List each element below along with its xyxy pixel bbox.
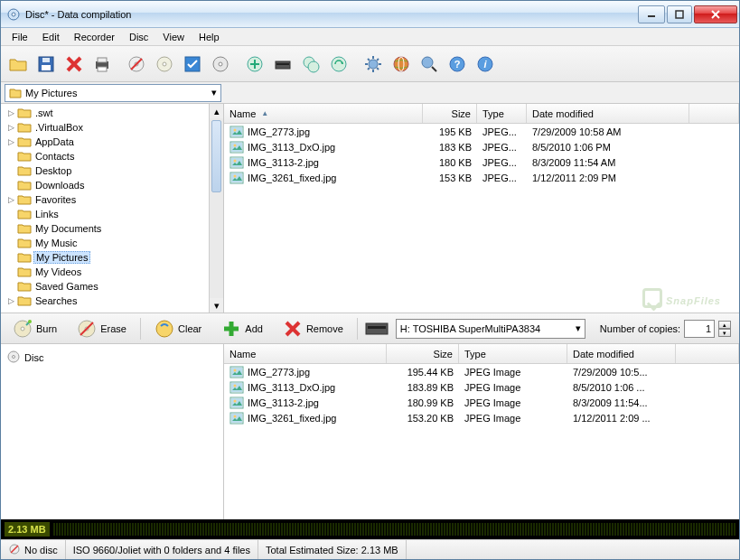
burn-button[interactable]: Burn (6, 317, 63, 341)
expand-icon[interactable]: ▷ (6, 108, 15, 117)
tree-item[interactable]: Contacts (6, 149, 209, 163)
tree-item[interactable]: ▷.swt (6, 106, 209, 120)
col-size[interactable]: Size (423, 104, 477, 123)
drive-select[interactable]: H: TOSHIBA SuperMultiPA3834 ▾ (396, 319, 585, 339)
copies-up[interactable]: ▴ (718, 321, 731, 329)
open-folder-icon[interactable] (5, 51, 32, 78)
disc-media-icon[interactable] (207, 51, 234, 78)
expand-icon[interactable]: ▷ (6, 137, 15, 146)
settings-icon[interactable] (360, 51, 387, 78)
expand-icon[interactable]: ▷ (6, 123, 15, 132)
remove-button[interactable]: Remove (276, 317, 350, 341)
disc-refresh-icon[interactable] (325, 51, 352, 78)
menu-disc[interactable]: Disc (122, 30, 155, 44)
svg-point-18 (163, 62, 166, 66)
save-icon[interactable] (33, 51, 60, 78)
maximize-button[interactable] (667, 5, 692, 23)
col-type[interactable]: Type (477, 104, 527, 123)
list-item[interactable]: IMG_3261_fixed.jpg153 KBJPEG...1/12/2011… (224, 170, 739, 185)
col-name[interactable]: Name (224, 344, 387, 363)
tree-item[interactable]: ▷.VirtualBox (6, 120, 209, 135)
web-icon[interactable] (388, 51, 415, 78)
add-button[interactable]: Add (215, 317, 269, 341)
search-globe-icon[interactable] (416, 51, 443, 78)
info-icon[interactable]: i (472, 51, 499, 78)
folder-icon (17, 280, 32, 293)
menu-view[interactable]: View (155, 30, 192, 44)
svg-point-83 (234, 415, 237, 417)
tree-item[interactable]: ▷Searches (6, 294, 209, 308)
col-name[interactable]: Name▲ (224, 104, 423, 123)
disc-copy-icon[interactable] (297, 51, 324, 78)
tree-item[interactable]: Saved Games (6, 279, 209, 294)
tree-item[interactable]: My Pictures (6, 250, 209, 265)
menu-recorder[interactable]: Recorder (67, 30, 122, 44)
menu-help[interactable]: Help (192, 30, 227, 44)
minimize-button[interactable] (638, 5, 665, 23)
tree-item[interactable]: Links (6, 207, 209, 221)
svg-rect-8 (42, 58, 50, 62)
erase-button[interactable]: Erase (70, 317, 133, 341)
disc-icon[interactable] (151, 51, 178, 78)
list-item[interactable]: IMG_3113-2.jpg180.99 KBJPEG Image8/3/200… (224, 395, 739, 410)
tree-item[interactable]: My Documents (6, 221, 209, 236)
svg-text:?: ? (454, 59, 461, 70)
list-item[interactable]: IMG_3113-2.jpg180 KBJPEG...8/3/2009 11:5… (224, 154, 739, 170)
list-item[interactable]: IMG_2773.jpg195.44 KBJPEG Image7/29/2009… (224, 364, 739, 379)
copies-input[interactable] (684, 320, 715, 338)
disc-root[interactable]: Disc (5, 348, 220, 368)
menu-edit[interactable]: Edit (35, 30, 67, 44)
menu-file[interactable]: File (5, 30, 35, 44)
tree-item[interactable]: Desktop (6, 163, 209, 178)
list-item[interactable]: IMG_3113_DxO.jpg183.89 KBJPEG Image8/5/2… (224, 379, 739, 395)
nodisc-icon (8, 543, 21, 557)
folder-icon (17, 135, 32, 148)
svg-point-1 (12, 13, 15, 16)
tree-item[interactable]: ▷Favorites (6, 192, 209, 207)
col-date[interactable]: Date modified (567, 344, 676, 363)
clear-button[interactable]: Clear (148, 317, 208, 341)
drive-icon[interactable] (269, 51, 296, 78)
col-date[interactable]: Date modified (527, 104, 689, 123)
tree-item[interactable]: My Music (6, 236, 209, 250)
col-size[interactable]: Size (387, 344, 459, 363)
scroll-up-icon[interactable]: ▴ (210, 104, 223, 118)
svg-line-40 (432, 67, 436, 71)
folder-tree[interactable]: ▷.swt▷.VirtualBox▷AppDataContactsDesktop… (1, 104, 224, 313)
list-item[interactable]: IMG_3113_DxO.jpg183 KBJPEG...8/5/2010 1:… (224, 139, 739, 154)
folder-icon (17, 179, 32, 191)
svg-point-53 (234, 159, 237, 162)
image-file-icon (229, 172, 244, 184)
disc-icon (6, 350, 21, 366)
tree-item[interactable]: My Videos (6, 265, 209, 279)
disc-tree[interactable]: Disc (1, 344, 224, 519)
expand-icon[interactable]: ▷ (6, 195, 15, 204)
folder-icon (17, 107, 32, 119)
delete-icon[interactable] (61, 51, 88, 78)
svg-line-33 (368, 59, 370, 61)
close-button[interactable] (694, 5, 737, 23)
disc-erase-icon[interactable] (123, 51, 150, 78)
expand-icon[interactable]: ▷ (6, 296, 15, 305)
folder-icon (17, 294, 32, 307)
scroll-down-icon[interactable]: ▾ (210, 298, 223, 313)
chevron-down-icon: ▾ (576, 322, 581, 334)
list-item[interactable]: IMG_3261_fixed.jpg153.20 KBJPEG Image1/1… (224, 410, 739, 425)
path-combo[interactable]: My Pictures ▾ (5, 84, 221, 102)
copies-down[interactable]: ▾ (718, 329, 731, 337)
burn-disc-icon[interactable] (241, 51, 268, 78)
col-type[interactable]: Type (459, 344, 567, 363)
tree-item[interactable]: ▷AppData (6, 135, 209, 149)
chevron-down-icon: ▾ (211, 87, 217, 98)
print-icon[interactable] (89, 51, 116, 78)
list-item[interactable]: IMG_2773.jpg195 KBJPEG...7/29/2009 10:58… (224, 124, 739, 139)
disc-verify-icon[interactable] (179, 51, 206, 78)
tree-scrollbar[interactable]: ▴ ▾ (209, 104, 223, 313)
image-file-icon (229, 381, 244, 394)
folder-icon (17, 150, 32, 163)
svg-rect-55 (231, 173, 242, 182)
help-icon[interactable]: ? (444, 51, 471, 78)
scroll-thumb[interactable] (211, 120, 221, 192)
tree-item[interactable]: Downloads (6, 178, 209, 192)
folder-icon (17, 237, 32, 249)
